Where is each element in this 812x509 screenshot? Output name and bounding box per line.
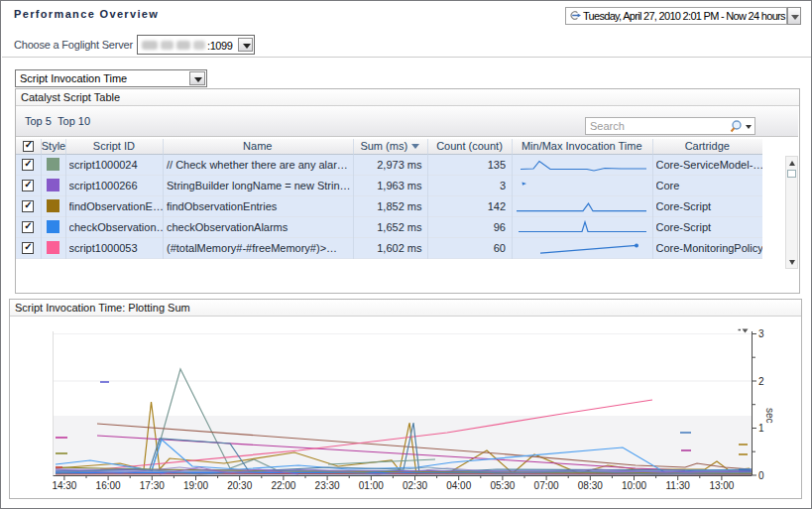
- svg-text:sec: sec: [764, 408, 775, 424]
- svg-text:17:30: 17:30: [140, 480, 165, 491]
- svg-text:05:30: 05:30: [490, 480, 515, 491]
- svg-text:11:30: 11:30: [666, 480, 691, 491]
- svg-text:2: 2: [758, 376, 764, 387]
- svg-text:19:00: 19:00: [183, 480, 208, 491]
- svg-text:14:30: 14:30: [52, 480, 76, 491]
- svg-text:22:00: 22:00: [271, 480, 295, 491]
- svg-text:0: 0: [758, 470, 764, 481]
- svg-text:07:00: 07:00: [534, 480, 559, 491]
- svg-text:20:30: 20:30: [227, 480, 252, 491]
- svg-text:16:00: 16:00: [96, 480, 121, 491]
- svg-text:13:00: 13:00: [709, 480, 734, 491]
- svg-text:3: 3: [758, 328, 764, 339]
- svg-text:1: 1: [758, 423, 764, 434]
- svg-text:01:00: 01:00: [359, 480, 384, 491]
- svg-text:08:30: 08:30: [578, 480, 603, 491]
- svg-text:04:00: 04:00: [446, 480, 471, 491]
- svg-text:23:30: 23:30: [315, 480, 340, 491]
- svg-text:10:00: 10:00: [622, 480, 646, 491]
- svg-text:02:30: 02:30: [403, 480, 427, 491]
